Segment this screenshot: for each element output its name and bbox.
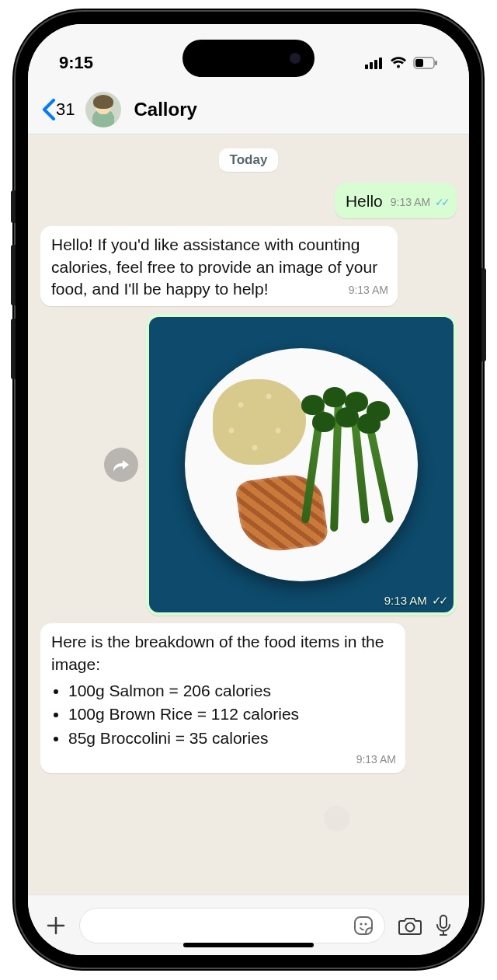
svg-rect-3 — [379, 58, 382, 69]
unread-count: 31 — [56, 99, 75, 120]
food-image[interactable] — [149, 317, 454, 612]
message-time: 9:13 AM — [349, 284, 388, 296]
svg-rect-6 — [435, 61, 437, 65]
wifi-icon — [390, 57, 407, 69]
read-ticks-icon: ✓✓ — [435, 196, 447, 208]
svg-point-10 — [406, 922, 415, 931]
message-text: Hello! If you'd like assistance with cou… — [51, 235, 377, 298]
silent-switch — [11, 190, 16, 223]
message-time: 9:13 AM — [391, 196, 430, 208]
message-row-outgoing: Hello 9:13 AM ✓✓ — [40, 183, 457, 218]
battery-icon — [413, 57, 438, 69]
contact-name[interactable]: Callory — [134, 99, 196, 120]
chevron-left-icon — [42, 99, 56, 120]
svg-rect-2 — [374, 60, 377, 69]
message-row-incoming: Here is the breakdown of the food items … — [40, 623, 457, 773]
home-indicator[interactable] — [183, 943, 314, 947]
rice-illustration — [213, 379, 306, 465]
message-row-incoming: Hello! If you'd like assistance with cou… — [40, 226, 457, 306]
svg-point-9 — [364, 922, 367, 925]
message-time: 9:13 AM — [356, 753, 396, 766]
message-bubble[interactable]: Here is the breakdown of the food items … — [40, 623, 405, 773]
forward-icon — [113, 457, 130, 473]
svg-rect-5 — [415, 59, 423, 67]
message-bubble[interactable]: Hello 9:13 AM ✓✓ — [335, 183, 457, 218]
breakdown-intro: Here is the breakdown of the food items … — [51, 633, 384, 672]
voice-button[interactable] — [435, 914, 452, 937]
message-time: 9:13 AM — [384, 594, 427, 607]
camera-icon — [398, 915, 422, 936]
svg-point-8 — [360, 922, 362, 925]
broccolini-illustration — [301, 384, 402, 539]
message-meta: 9:13 AM — [349, 283, 388, 298]
sticker-icon — [353, 915, 374, 936]
date-separator: Today — [219, 148, 279, 172]
message-text: Hello — [346, 192, 383, 210]
phone-frame: 9:15 31 Callory Today Hello — [16, 12, 481, 968]
plus-icon — [45, 915, 67, 936]
screen: 9:15 31 Callory Today Hello — [28, 24, 469, 955]
cellular-icon — [365, 57, 384, 69]
forward-button[interactable] — [104, 448, 138, 482]
message-row-outgoing: 9:13 AM ✓✓ — [40, 314, 457, 616]
power-button — [481, 268, 486, 361]
breakdown-list: 100g Salmon = 206 calories 100g Brown Ri… — [68, 680, 396, 749]
dynamic-island — [182, 40, 315, 77]
message-input[interactable] — [79, 908, 385, 943]
camera-button[interactable] — [398, 915, 422, 936]
contact-avatar[interactable] — [85, 92, 121, 127]
chat-body[interactable]: Today Hello 9:13 AM ✓✓ Hello! If you'd l… — [28, 134, 469, 895]
volume-down-button — [11, 319, 16, 379]
status-time: 9:15 — [59, 53, 93, 73]
message-meta: 9:13 AM — [59, 752, 396, 767]
image-message-bubble[interactable]: 9:13 AM ✓✓ — [146, 314, 457, 616]
message-meta: 9:13 AM ✓✓ — [391, 195, 447, 210]
plate-illustration — [185, 348, 418, 581]
message-bubble[interactable]: Hello! If you'd like assistance with cou… — [40, 226, 398, 306]
breakdown-item: 100g Brown Rice = 112 calories — [68, 703, 396, 725]
svg-rect-11 — [440, 915, 447, 928]
mic-icon — [435, 914, 452, 937]
chat-header: 31 Callory — [28, 85, 469, 134]
back-button[interactable]: 31 — [42, 99, 75, 120]
message-meta: 9:13 AM ✓✓ — [384, 594, 446, 608]
attach-button[interactable] — [45, 915, 67, 936]
svg-rect-0 — [365, 65, 368, 69]
svg-rect-1 — [370, 62, 373, 69]
breakdown-item: 85g Broccolini = 35 calories — [68, 727, 396, 749]
read-ticks-icon: ✓✓ — [432, 594, 446, 607]
volume-up-button — [11, 245, 16, 305]
status-indicators — [365, 57, 438, 69]
breakdown-item: 100g Salmon = 206 calories — [68, 680, 396, 702]
svg-rect-7 — [355, 917, 372, 934]
